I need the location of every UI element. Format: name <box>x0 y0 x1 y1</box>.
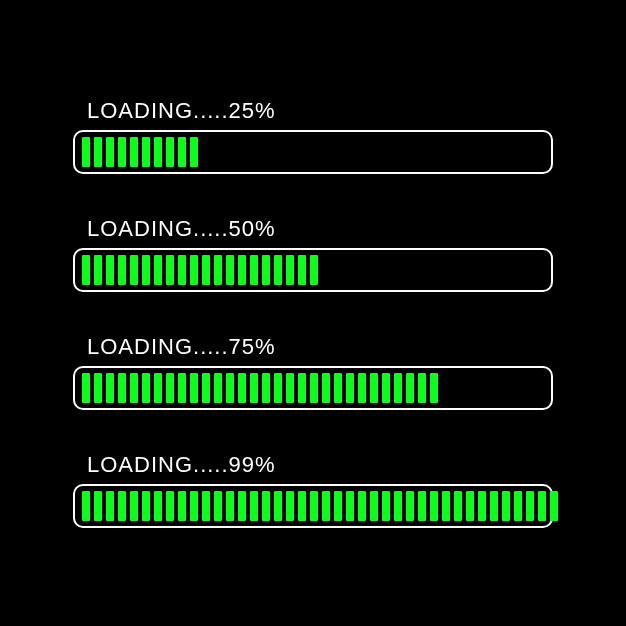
progress-tick <box>538 491 546 521</box>
progress-tick <box>346 491 354 521</box>
progress-tick <box>310 255 318 285</box>
progress-tick <box>238 255 246 285</box>
progress-tick <box>142 491 150 521</box>
progress-tick <box>94 491 102 521</box>
progress-tick <box>502 491 510 521</box>
progress-tick <box>442 491 450 521</box>
progress-tick <box>382 491 390 521</box>
progress-tick <box>226 491 234 521</box>
progress-track <box>73 248 553 292</box>
progress-tick <box>82 373 90 403</box>
progress-tick <box>466 491 474 521</box>
progress-tick <box>262 255 270 285</box>
progress-label: LOADING.....75% <box>87 334 276 360</box>
progress-tick <box>178 255 186 285</box>
progress-tick <box>190 373 198 403</box>
progress-tick <box>478 491 486 521</box>
progress-tick <box>334 373 342 403</box>
progress-tick <box>394 373 402 403</box>
progress-tick <box>514 491 522 521</box>
progress-tick <box>130 255 138 285</box>
progress-tick <box>454 491 462 521</box>
progress-tick <box>286 491 294 521</box>
progress-tick <box>94 255 102 285</box>
progress-bar-99: LOADING.....99% <box>73 452 553 528</box>
progress-tick <box>226 373 234 403</box>
progress-tick <box>286 373 294 403</box>
progress-bar-75: LOADING.....75% <box>73 334 553 410</box>
progress-tick <box>178 137 186 167</box>
progress-tick <box>418 373 426 403</box>
progress-tick <box>154 373 162 403</box>
progress-label: LOADING.....99% <box>87 452 276 478</box>
progress-tick <box>166 491 174 521</box>
progress-tick <box>334 491 342 521</box>
progress-tick <box>262 373 270 403</box>
progress-tick <box>406 491 414 521</box>
progress-tick <box>154 137 162 167</box>
progress-tick <box>430 373 438 403</box>
progress-tick <box>166 137 174 167</box>
progress-tick <box>250 373 258 403</box>
progress-tick <box>358 491 366 521</box>
progress-tick <box>94 373 102 403</box>
progress-tick <box>310 491 318 521</box>
progress-tick <box>226 255 234 285</box>
progress-tick <box>130 491 138 521</box>
progress-tick <box>154 491 162 521</box>
progress-tick <box>298 255 306 285</box>
progress-tick <box>166 373 174 403</box>
progress-tick <box>106 373 114 403</box>
progress-tick <box>142 137 150 167</box>
progress-tick <box>274 255 282 285</box>
progress-tick <box>178 373 186 403</box>
progress-tick <box>106 137 114 167</box>
progress-tick <box>346 373 354 403</box>
progress-tick <box>322 373 330 403</box>
progress-tick <box>430 491 438 521</box>
progress-tick <box>406 373 414 403</box>
progress-tick <box>118 491 126 521</box>
progress-tick <box>298 373 306 403</box>
progress-tick <box>214 373 222 403</box>
progress-tick <box>238 373 246 403</box>
progress-tick <box>190 255 198 285</box>
progress-tick <box>394 491 402 521</box>
progress-track <box>73 484 553 528</box>
progress-tick <box>166 255 174 285</box>
progress-tick <box>202 255 210 285</box>
progress-tick <box>190 491 198 521</box>
progress-bar-25: LOADING.....25% <box>73 98 553 174</box>
progress-tick <box>274 373 282 403</box>
progress-tick <box>550 491 558 521</box>
progress-tick <box>250 491 258 521</box>
progress-tick <box>286 255 294 285</box>
progress-tick <box>322 491 330 521</box>
progress-tick <box>250 255 258 285</box>
progress-tick <box>142 255 150 285</box>
progress-track <box>73 366 553 410</box>
progress-tick <box>274 491 282 521</box>
progress-tick <box>190 137 198 167</box>
progress-tick <box>118 373 126 403</box>
progress-tick <box>202 373 210 403</box>
progress-tick <box>262 491 270 521</box>
progress-bar-50: LOADING.....50% <box>73 216 553 292</box>
progress-tick <box>118 137 126 167</box>
progress-label: LOADING.....50% <box>87 216 276 242</box>
progress-tick <box>214 491 222 521</box>
progress-tick <box>490 491 498 521</box>
progress-tick <box>118 255 126 285</box>
progress-tick <box>382 373 390 403</box>
progress-label: LOADING.....25% <box>87 98 276 124</box>
progress-tick <box>178 491 186 521</box>
progress-tick <box>142 373 150 403</box>
progress-tick <box>310 373 318 403</box>
progress-tick <box>82 491 90 521</box>
progress-tick <box>418 491 426 521</box>
progress-track <box>73 130 553 174</box>
progress-tick <box>154 255 162 285</box>
progress-tick <box>370 373 378 403</box>
progress-tick <box>298 491 306 521</box>
progress-tick <box>130 373 138 403</box>
